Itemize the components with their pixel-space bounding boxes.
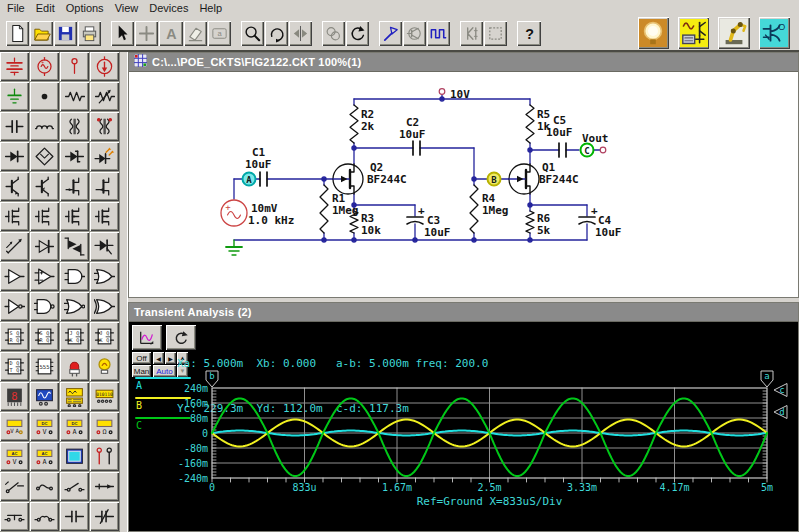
resistor-part[interactable] (60, 82, 89, 111)
nor-gate-part[interactable] (60, 292, 89, 321)
quick-test-button[interactable] (403, 21, 426, 46)
relay-contact-nc-part[interactable] (90, 502, 119, 531)
logic-analyzer-part[interactable]: 010110 (90, 382, 119, 411)
save-file-button[interactable] (54, 21, 77, 46)
diode-part[interactable] (0, 142, 29, 171)
cursor-tool-button[interactable] (111, 21, 134, 46)
led-part[interactable] (90, 142, 119, 171)
npn-transistor-part[interactable] (0, 172, 29, 201)
timer-555-part[interactable]: 555 (30, 352, 59, 381)
capacitor-part[interactable] (0, 112, 29, 141)
seven-segment-part[interactable]: 8 (0, 382, 29, 411)
analog-mode-button[interactable] (678, 17, 709, 49)
opamp-part[interactable] (30, 262, 59, 291)
display-options-button[interactable] (322, 21, 345, 46)
ground-part[interactable] (0, 82, 29, 111)
n-mosfet-part[interactable] (0, 202, 29, 231)
wire-tool-button[interactable] (135, 21, 158, 46)
inductor-part[interactable] (30, 112, 59, 141)
battery-part[interactable] (0, 52, 29, 81)
d-flipflop-part[interactable]: DQTQ (0, 352, 29, 381)
waveform-plot[interactable]: 0833u1.67m2.5m3.33m4.17m5m240m160m80m0-8… (130, 368, 797, 531)
fuse-part[interactable] (30, 472, 59, 501)
zoom-tool-button[interactable] (241, 21, 264, 46)
relay-contact-no-part[interactable] (60, 502, 89, 531)
pushbutton-no-part[interactable] (0, 502, 29, 531)
variable-resistor-part[interactable] (90, 82, 119, 111)
current-arrow-part[interactable] (90, 472, 119, 501)
menu-options[interactable]: Options (66, 2, 104, 14)
simulation-lamp-button[interactable] (638, 17, 669, 49)
diac-part[interactable] (60, 232, 89, 261)
or-gate-part[interactable] (90, 262, 119, 291)
multimeter-part[interactable]: VA (0, 412, 29, 441)
autorouting-button[interactable] (718, 17, 749, 49)
menu-edit[interactable]: Edit (36, 2, 55, 14)
xor-gate-part[interactable] (90, 292, 119, 321)
led-indicator-part[interactable] (60, 352, 89, 381)
ac-voltmeter-part[interactable]: ACV (0, 442, 29, 471)
ohmmeter-part[interactable]: Ω (90, 412, 119, 441)
p-jfet-part[interactable] (90, 172, 119, 201)
menu-view[interactable]: View (115, 2, 139, 14)
nand-gate-part[interactable] (30, 292, 59, 321)
print-button[interactable] (78, 21, 101, 46)
text-tool-button[interactable]: A (159, 21, 182, 46)
help-button[interactable]: ? (517, 21, 540, 46)
pushbutton-nc-part[interactable] (30, 502, 59, 531)
photo-diode-part[interactable] (0, 232, 29, 261)
signal-source-part[interactable]: + (30, 52, 59, 81)
menu-help[interactable]: Help (199, 2, 222, 14)
transformer-part[interactable] (60, 112, 89, 141)
sr-latch-part[interactable]: SQRQ (0, 322, 29, 351)
jk-flipflop-preset-part[interactable]: JQKQ (90, 322, 119, 351)
menu-devices[interactable]: Devices (149, 2, 188, 14)
signal-generator-part[interactable] (60, 382, 89, 411)
current-source-part[interactable] (90, 52, 119, 81)
scope-display-part[interactable] (30, 382, 59, 411)
test-point-part[interactable] (60, 52, 89, 81)
dc-ammeter-part[interactable]: DCA (60, 412, 89, 441)
transient-titlebar[interactable]: Transient Analysis (2) (129, 303, 798, 322)
n-mosfet-depletion-part[interactable] (60, 202, 89, 231)
power-diode-part[interactable] (30, 232, 59, 261)
p-mosfet-depletion-part[interactable] (90, 202, 119, 231)
new-macro-button[interactable] (484, 21, 507, 46)
open-file-button[interactable] (30, 21, 53, 46)
test-probes-part[interactable] (90, 442, 119, 471)
scroll-left-button[interactable]: ◀ (153, 352, 164, 364)
jk-flipflop-part[interactable]: JQKQ (60, 322, 89, 351)
switch-spst-part[interactable] (60, 472, 89, 501)
buffer-part[interactable] (0, 262, 29, 291)
digital-mode-button[interactable]: O (759, 17, 790, 49)
waveforms-button[interactable] (427, 21, 450, 46)
inverter-part[interactable] (0, 292, 29, 321)
switch-spdt-part[interactable] (0, 472, 29, 501)
probe-tool-button[interactable] (379, 21, 402, 46)
sr-flipflop-part[interactable]: SQRQ (30, 322, 59, 351)
junction-part[interactable] (30, 82, 59, 111)
bridge-rectifier-part[interactable] (30, 142, 59, 171)
and-gate-part[interactable] (60, 262, 89, 291)
cursor-off-button[interactable]: Off (132, 352, 151, 364)
lamp-part[interactable] (90, 352, 119, 381)
scr-part[interactable] (90, 232, 119, 261)
oscilloscope-part[interactable] (60, 442, 89, 471)
schematic-canvas[interactable]: +10VR22kC210uFR51kC510uFVoutQ2BF244CQ1BF… (130, 72, 797, 296)
delete-tool-button[interactable] (184, 21, 207, 46)
p-mosfet-part[interactable] (30, 202, 59, 231)
zener-diode-part[interactable] (60, 142, 89, 171)
menu-file[interactable]: File (7, 2, 25, 14)
mirror-tool-button[interactable] (289, 21, 312, 46)
naming-tool-button[interactable]: a (208, 21, 231, 46)
macro-lock-button[interactable] (460, 21, 483, 46)
transformer-polarized-part[interactable] (90, 112, 119, 141)
pnp-transistor-part[interactable] (30, 172, 59, 201)
waveform-display-button[interactable] (132, 325, 162, 350)
reset-button[interactable] (346, 21, 369, 46)
schematic-titlebar[interactable]: C:\...\POE_CKTS\FIG2122.CKT 100%(1) (129, 53, 798, 72)
dc-voltmeter-part[interactable]: DCV (30, 412, 59, 441)
rotate-tool-button[interactable] (265, 21, 288, 46)
n-jfet-part[interactable] (60, 172, 89, 201)
new-file-button[interactable] (6, 21, 29, 46)
